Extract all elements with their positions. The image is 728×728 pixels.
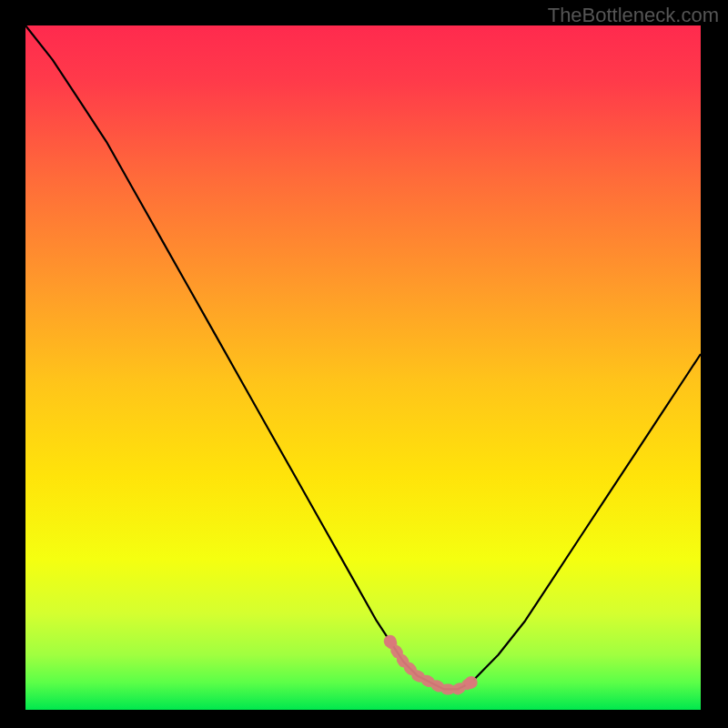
bottleneck-chart: [0, 0, 728, 728]
chart-container: TheBottleneck.com: [0, 0, 728, 728]
optimal-zone-endpoint: [384, 635, 397, 648]
gradient-background: [25, 25, 701, 710]
attribution-label: TheBottleneck.com: [548, 4, 719, 27]
optimal-zone-endpoint: [465, 676, 478, 689]
